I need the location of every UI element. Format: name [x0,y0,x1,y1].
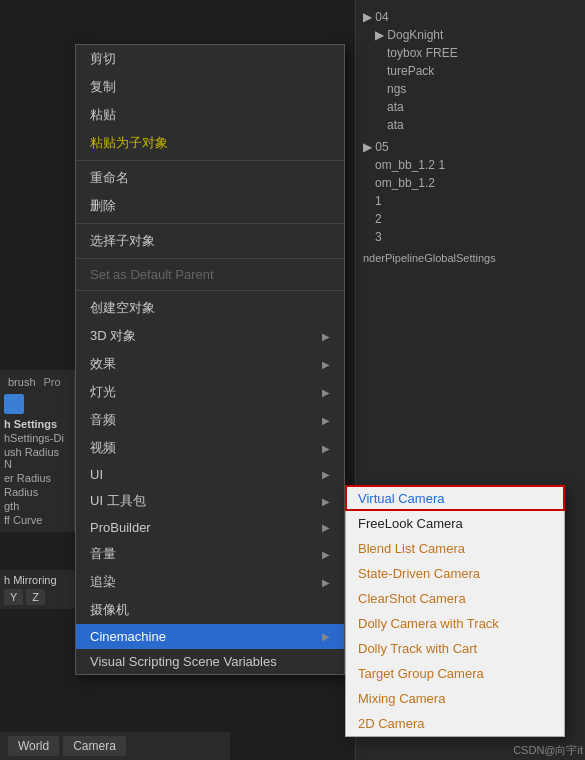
hierarchy-item: nderPipelineGlobalSettings [355,250,585,266]
submenu-freelook-camera[interactable]: FreeLook Camera [346,511,564,536]
menu-3d-object[interactable]: 3D 对象 [76,322,344,350]
mirroring-label: h Mirroring [4,574,71,586]
menu-ui-toolkit[interactable]: UI 工具包 [76,487,344,515]
brush-tabs: brush Pro [4,374,70,390]
submenu-state-driven-camera[interactable]: State-Driven Camera [346,561,564,586]
brush-row: ff Curve [4,514,70,526]
hierarchy-item: toybox FREE [355,44,585,62]
hierarchy-item: om_bb_1.2 1 [355,156,585,174]
z-button[interactable]: Z [26,589,45,605]
hierarchy-item: 1 [355,192,585,210]
divider [76,223,344,224]
submenu-virtual-camera[interactable]: Virtual Camera [346,486,564,511]
brush-row: Radius [4,486,70,498]
menu-cinemachine[interactable]: Cinemachine [76,624,344,649]
tab-brush[interactable]: brush [4,374,40,390]
brush-row: ush Radius N [4,446,70,470]
menu-render[interactable]: 追染 [76,568,344,596]
cinemachine-submenu: Virtual Camera FreeLook Camera Blend Lis… [345,485,565,737]
menu-rename[interactable]: 重命名 [76,164,344,192]
xyz-row: Y Z [4,589,71,605]
hierarchy-item: 3 [355,228,585,246]
menu-select-children[interactable]: 选择子对象 [76,227,344,255]
hierarchy-item: ata [355,98,585,116]
divider [76,290,344,291]
submenu-dolly-track-cart[interactable]: Dolly Track with Cart [346,636,564,661]
brush-color [4,394,24,414]
hierarchy-item: turePack [355,62,585,80]
watermark: CSDN@向宇it [513,743,583,758]
brush-row: hSettings-Di [4,432,70,444]
divider [76,258,344,259]
submenu-dolly-camera-track[interactable]: Dolly Camera with Track [346,611,564,636]
mirroring-section: h Mirroring Y Z [0,570,75,609]
brush-row: er Radius [4,472,70,484]
menu-camera[interactable]: 摄像机 [76,596,344,624]
hierarchy-item: om_bb_1.2 [355,174,585,192]
menu-paste[interactable]: 粘贴 [76,101,344,129]
context-menu: 剪切 复制 粘贴 粘贴为子对象 重命名 删除 选择子对象 Set as Defa… [75,44,345,675]
menu-paste-child[interactable]: 粘贴为子对象 [76,129,344,157]
submenu-clearshot-camera[interactable]: ClearShot Camera [346,586,564,611]
menu-create-empty[interactable]: 创建空对象 [76,294,344,322]
hierarchy-item: 2 [355,210,585,228]
menu-effects[interactable]: 效果 [76,350,344,378]
menu-cut[interactable]: 剪切 [76,45,344,73]
menu-lights[interactable]: 灯光 [76,378,344,406]
divider [76,160,344,161]
menu-probuilder[interactable]: ProBuilder [76,515,344,540]
menu-video[interactable]: 视频 [76,434,344,462]
submenu-mixing-camera[interactable]: Mixing Camera [346,686,564,711]
submenu-target-group-camera[interactable]: Target Group Camera [346,661,564,686]
menu-ui[interactable]: UI [76,462,344,487]
bottom-bar: World Camera [0,732,230,760]
menu-set-default-parent: Set as Default Parent [76,262,344,287]
world-button[interactable]: World [8,736,59,756]
menu-copy[interactable]: 复制 [76,73,344,101]
menu-visual-scripting[interactable]: Visual Scripting Scene Variables [76,649,344,674]
tab-pro[interactable]: Pro [40,374,65,390]
hierarchy-item: ▶ 04 [355,4,585,26]
brush-settings-label: h Settings [4,418,70,430]
brush-row: gth [4,500,70,512]
submenu-2d-camera[interactable]: 2D Camera [346,711,564,736]
hierarchy-item: ▶ 05 [355,138,585,156]
menu-delete[interactable]: 删除 [76,192,344,220]
menu-audio[interactable]: 音频 [76,406,344,434]
submenu-blend-list-camera[interactable]: Blend List Camera [346,536,564,561]
y-button[interactable]: Y [4,589,23,605]
hierarchy-item: ngs [355,80,585,98]
camera-button[interactable]: Camera [63,736,126,756]
hierarchy-list: ▶ 04 ▶ DogKnight toybox FREE turePack ng… [355,0,585,266]
hierarchy-item: ▶ DogKnight [355,26,585,44]
hierarchy-item: ata [355,116,585,134]
brush-panel: brush Pro h Settings hSettings-Di ush Ra… [0,370,75,532]
menu-volume[interactable]: 音量 [76,540,344,568]
